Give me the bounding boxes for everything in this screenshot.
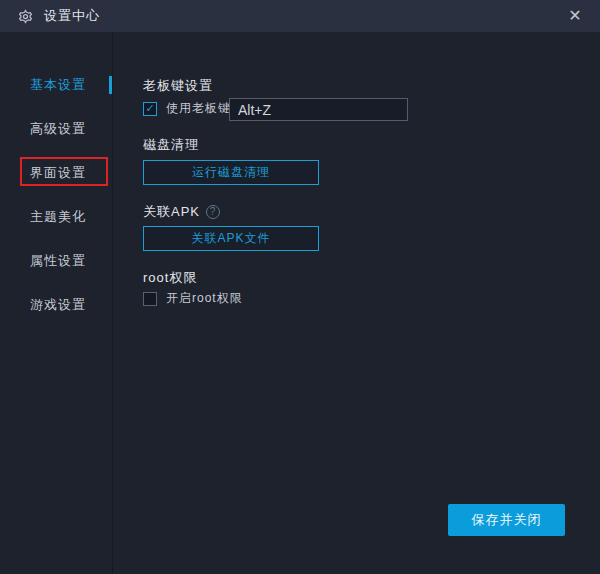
active-tab-indicator [109,76,112,94]
sidebar-item-game-settings[interactable]: 游戏设置 [0,295,108,315]
help-icon[interactable]: ? [206,205,220,219]
settings-window: 设置中心 ✕ 基本设置 高级设置 界面设置 主题美化 属性设置 游戏设置 老板键… [0,0,600,574]
sidebar-item-advanced-settings[interactable]: 高级设置 [0,119,108,139]
sidebar-item-theme-settings[interactable]: 主题美化 [0,207,108,227]
check-icon: ✓ [145,102,154,115]
window-title: 设置中心 [44,7,100,25]
sidebar-item-property-settings[interactable]: 属性设置 [0,251,108,271]
disk-cleanup-heading: 磁盘清理 [143,136,199,154]
apk-heading-row: 关联APK ? [143,203,220,221]
boss-key-checkbox-row: ✓ 使用老板键 [143,100,231,117]
root-checkbox[interactable] [143,292,157,306]
boss-key-checkbox[interactable]: ✓ [143,102,157,116]
sidebar-divider [112,32,113,574]
close-icon[interactable]: ✕ [564,6,586,26]
titlebar: 设置中心 ✕ [0,0,600,32]
root-checkbox-label: 开启root权限 [166,290,243,307]
save-and-close-button[interactable]: 保存并关闭 [448,504,565,536]
boss-key-checkbox-label: 使用老板键 [166,100,231,117]
gear-icon [17,8,33,24]
root-heading: root权限 [143,269,197,287]
associate-apk-button[interactable]: 关联APK文件 [143,226,319,251]
boss-key-heading: 老板键设置 [143,77,213,95]
run-disk-cleanup-button[interactable]: 运行磁盘清理 [143,160,319,185]
sidebar-item-basic-settings[interactable]: 基本设置 [0,75,108,95]
apk-heading: 关联APK [143,203,200,221]
sidebar-item-interface-settings[interactable]: 界面设置 [0,163,108,183]
hotkey-input[interactable] [229,98,408,121]
root-checkbox-row: 开启root权限 [143,290,243,307]
